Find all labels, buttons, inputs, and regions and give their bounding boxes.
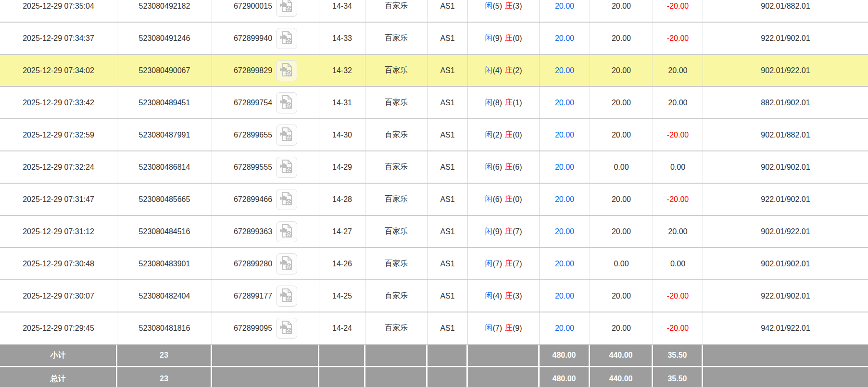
- time-cell: 2025-12-29 07:29:45: [0, 312, 117, 344]
- round-cell: 14-34: [319, 0, 365, 22]
- banker-points: (3): [513, 2, 522, 11]
- total-winloss: 35.50: [653, 367, 703, 387]
- video-replay-button[interactable]: [276, 60, 297, 81]
- video-replay-button[interactable]: [276, 157, 297, 178]
- video-replay-button[interactable]: [276, 221, 297, 242]
- game-type-cell: 百家乐: [365, 87, 428, 118]
- bet-id-cell: 523080481816: [117, 312, 212, 344]
- empty-cell: [212, 367, 319, 387]
- result-cell: 闲(4)庄(2): [468, 55, 540, 86]
- game-number: 672900015: [234, 2, 272, 11]
- game-type-cell: 百家乐: [365, 0, 428, 22]
- records-table-body: 2025-12-29 07:35:04 523080492182 6729000…: [0, 0, 868, 345]
- total-row: 总计 23 480.00 440.00 35.50: [0, 367, 868, 387]
- total-valid-amount: 440.00: [590, 367, 653, 387]
- player-points: (4): [492, 66, 502, 75]
- player-result-label: 闲: [485, 194, 492, 204]
- game-number: 672899177: [234, 292, 272, 300]
- result-cell: 闲(6)庄(6): [468, 151, 540, 183]
- game-number: 672899940: [234, 34, 272, 43]
- banker-points: (0): [513, 131, 522, 139]
- game-type-cell: 百家乐: [365, 55, 428, 86]
- banker-result-label: 庄: [505, 162, 513, 172]
- time-cell: 2025-12-29 07:30:07: [0, 280, 117, 312]
- total-label: 总计: [0, 367, 117, 387]
- result-cell: 闲(5)庄(3): [468, 0, 540, 22]
- table-row[interactable]: 2025-12-29 07:32:24 523080486814 6728995…: [0, 151, 868, 184]
- balance-cell: 922.01/902.01: [703, 280, 868, 312]
- table-row[interactable]: 2025-12-29 07:30:48 523080483901 6728992…: [0, 248, 868, 280]
- video-replay-button[interactable]: [276, 125, 297, 146]
- banker-result-label: 庄: [505, 65, 513, 75]
- game-number: 672899280: [234, 260, 272, 268]
- table-name-cell: AS1: [428, 23, 468, 54]
- video-replay-icon: [280, 224, 293, 239]
- banker-points: (0): [513, 195, 522, 204]
- video-replay-button[interactable]: [276, 28, 297, 49]
- valid-amount-cell: 20.00: [590, 0, 653, 22]
- video-replay-button[interactable]: [276, 253, 297, 275]
- total-bet-amount: 480.00: [540, 367, 590, 387]
- result-cell: 闲(9)庄(0): [468, 23, 540, 54]
- round-cell: 14-27: [319, 216, 365, 247]
- video-replay-button[interactable]: [276, 92, 297, 113]
- valid-amount-cell: 20.00: [590, 55, 653, 86]
- game-number: 672899095: [234, 324, 272, 333]
- game-type-cell: 百家乐: [365, 119, 428, 150]
- empty-cell: [428, 367, 468, 387]
- game-type-cell: 百家乐: [365, 151, 428, 183]
- video-replay-button[interactable]: [276, 189, 297, 210]
- video-replay-button[interactable]: [276, 286, 297, 307]
- table-row[interactable]: 2025-12-29 07:33:42 523080489451 6728997…: [0, 87, 868, 119]
- time-cell: 2025-12-29 07:35:04: [0, 0, 117, 22]
- table-name-cell: AS1: [428, 312, 468, 344]
- bet-id-cell: 523080485665: [117, 184, 212, 215]
- game-type-cell: 百家乐: [365, 312, 428, 344]
- table-row[interactable]: 2025-12-29 07:34:02 523080490067 6728998…: [0, 55, 868, 87]
- winloss-cell: 0.00: [653, 151, 703, 183]
- player-result-label: 闲: [485, 162, 492, 172]
- game-number-cell: 672899555: [212, 151, 319, 183]
- time-cell: 2025-12-29 07:34:37: [0, 23, 117, 54]
- bet-id-cell: 523080486814: [117, 151, 212, 183]
- bet-amount-cell: 20.00: [540, 248, 590, 279]
- bet-amount-cell: 20.00: [540, 119, 590, 150]
- table-row[interactable]: 2025-12-29 07:31:12 523080484516 6728993…: [0, 216, 868, 248]
- valid-amount-cell: 20.00: [590, 312, 653, 344]
- table-row[interactable]: 2025-12-29 07:30:07 523080482404 6728991…: [0, 280, 868, 312]
- winloss-cell: 0.00: [653, 248, 703, 279]
- valid-amount-cell: 20.00: [590, 119, 653, 150]
- table-name-cell: AS1: [428, 184, 468, 215]
- table-row[interactable]: 2025-12-29 07:31:47 523080485665 6728994…: [0, 184, 868, 216]
- table-row[interactable]: 2025-12-29 07:34:37 523080491246 6728999…: [0, 23, 868, 55]
- time-cell: 2025-12-29 07:33:42: [0, 87, 117, 118]
- table-row[interactable]: 2025-12-29 07:35:04 523080492182 6729000…: [0, 0, 868, 23]
- video-replay-icon: [280, 191, 293, 207]
- table-row[interactable]: 2025-12-29 07:32:59 523080487991 6728996…: [0, 119, 868, 151]
- balance-cell: 902.01/882.01: [703, 0, 868, 22]
- round-cell: 14-28: [319, 184, 365, 215]
- balance-cell: 922.01/902.01: [703, 23, 868, 54]
- result-cell: 闲(2)庄(0): [468, 119, 540, 150]
- empty-cell: [428, 345, 468, 367]
- table-row[interactable]: 2025-12-29 07:29:45 523080481816 6728990…: [0, 312, 868, 345]
- banker-points: (0): [513, 34, 522, 43]
- winloss-cell: 20.00: [653, 216, 703, 247]
- video-replay-icon: [280, 320, 293, 336]
- round-cell: 14-30: [319, 119, 365, 150]
- time-cell: 2025-12-29 07:32:24: [0, 151, 117, 183]
- result-cell: 闲(9)庄(7): [468, 216, 540, 247]
- empty-cell: [703, 367, 868, 387]
- table-name-cell: AS1: [428, 0, 468, 22]
- video-replay-icon: [280, 159, 293, 175]
- balance-cell: 882.01/902.01: [703, 87, 868, 118]
- winloss-cell: -20.00: [653, 119, 703, 150]
- valid-amount-cell: 20.00: [590, 280, 653, 312]
- video-replay-button[interactable]: [276, 0, 297, 17]
- table-name-cell: AS1: [428, 87, 468, 118]
- subtotal-valid-amount: 440.00: [590, 345, 653, 367]
- player-points: (7): [492, 260, 502, 268]
- game-type-cell: 百家乐: [365, 184, 428, 215]
- video-replay-button[interactable]: [276, 318, 297, 339]
- bet-amount-cell: 20.00: [540, 0, 590, 22]
